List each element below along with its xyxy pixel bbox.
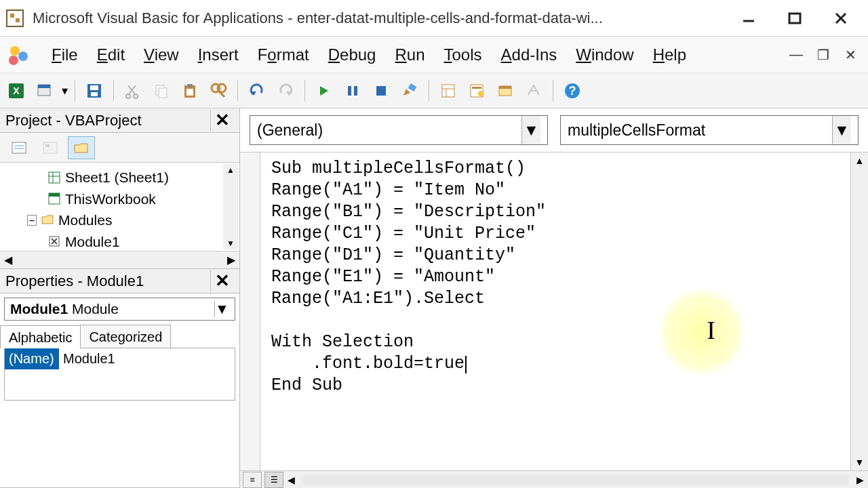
menu-file[interactable]: File: [42, 43, 87, 67]
view-object-button[interactable]: [37, 136, 64, 159]
project-panel-close-button[interactable]: ✕: [210, 110, 234, 131]
object-browser-button[interactable]: [493, 79, 517, 103]
properties-object-combo[interactable]: Module1 Module ▼: [4, 298, 235, 321]
mdi-minimize-button[interactable]: —: [783, 47, 810, 62]
svg-rect-23: [186, 89, 193, 96]
code-vscrollbar[interactable]: ▲▼: [850, 152, 868, 470]
properties-grid[interactable]: (Name) Module1: [4, 348, 235, 401]
svg-rect-15: [90, 85, 98, 90]
svg-rect-2: [16, 18, 20, 22]
property-value[interactable]: Module1: [59, 348, 235, 369]
svg-rect-0: [7, 10, 23, 26]
tab-alphabetic[interactable]: Alphabetic: [0, 325, 81, 348]
cut-button[interactable]: [121, 79, 145, 103]
menu-help[interactable]: Help: [644, 43, 696, 67]
vba-icon: [4, 40, 34, 70]
menu-run[interactable]: Run: [385, 43, 434, 67]
design-mode-button[interactable]: [397, 79, 422, 103]
toolbox-button[interactable]: [521, 79, 546, 103]
menu-window[interactable]: Window: [566, 43, 643, 67]
copy-button[interactable]: [149, 79, 174, 103]
menubar: File Edit View Insert Format Debug Run T…: [0, 37, 868, 73]
chevron-down-icon: ▼: [521, 116, 540, 144]
project-tree[interactable]: Sheet1 (Sheet1) ThisWorkbook − Modules M…: [0, 163, 239, 251]
svg-rect-20: [159, 88, 167, 98]
procedure-view-button[interactable]: ≡: [243, 472, 262, 488]
menu-format[interactable]: Format: [248, 43, 319, 67]
paste-button[interactable]: [178, 79, 202, 103]
project-panel-title: Project - VBAProject: [5, 112, 210, 129]
svg-point-18: [134, 94, 138, 98]
find-button[interactable]: [206, 79, 231, 103]
project-explorer-button[interactable]: [436, 79, 460, 103]
mdi-restore-button[interactable]: ❐: [810, 47, 837, 63]
toolbar: X ▾ ?: [0, 73, 868, 108]
menu-tools[interactable]: Tools: [435, 43, 492, 67]
properties-panel-close-button[interactable]: ✕: [210, 270, 234, 291]
break-button[interactable]: [340, 79, 365, 103]
svg-rect-31: [442, 85, 454, 97]
tree-label: Modules: [58, 209, 112, 231]
svg-rect-4: [789, 14, 800, 23]
code-editor[interactable]: Sub multipleCellsFormat() Range("A1") = …: [260, 152, 850, 470]
project-toolbar: [0, 133, 239, 163]
run-button[interactable]: [312, 79, 336, 103]
svg-rect-35: [472, 87, 481, 89]
window-title: Microsoft Visual Basic for Applications …: [33, 9, 726, 27]
code-hscrollbar[interactable]: ≡ ☰ ◀ ▶: [240, 470, 868, 488]
svg-rect-38: [499, 86, 511, 89]
close-button[interactable]: [818, 3, 864, 33]
tree-label: Module1: [65, 231, 120, 251]
chevron-down-icon: ▼: [832, 116, 851, 144]
tree-label: Sheet1 (Sheet1): [65, 167, 169, 188]
text-cursor-icon: I: [707, 315, 715, 345]
svg-rect-51: [49, 193, 60, 197]
svg-point-9: [9, 56, 18, 65]
menu-edit[interactable]: Edit: [87, 43, 134, 67]
svg-rect-22: [187, 84, 193, 87]
svg-rect-46: [45, 144, 50, 147]
tab-categorized[interactable]: Categorized: [80, 325, 171, 348]
help-button[interactable]: ?: [560, 79, 585, 103]
redo-button[interactable]: [273, 79, 298, 103]
svg-text:?: ?: [569, 84, 576, 98]
view-code-button[interactable]: [5, 136, 33, 159]
svg-text:X: X: [13, 85, 20, 96]
property-row[interactable]: (Name) Module1: [5, 348, 235, 369]
main-area: Project - VBAProject ✕ Sheet1 (Sheet1): [0, 108, 868, 488]
svg-point-36: [478, 91, 484, 96]
properties-panel: Properties - Module1 ✕ Module1 Module ▼ …: [0, 269, 239, 488]
tree-item-modules[interactable]: − Modules: [27, 209, 237, 231]
minimize-button[interactable]: [726, 3, 772, 33]
svg-rect-27: [348, 86, 351, 96]
mdi-close-button[interactable]: ✕: [837, 47, 864, 63]
svg-rect-1: [10, 14, 14, 18]
menu-addins[interactable]: Add-Ins: [492, 43, 567, 67]
svg-rect-28: [354, 86, 357, 96]
tree-item-thisworkbook[interactable]: ThisWorkbook: [27, 188, 237, 210]
svg-rect-47: [49, 172, 60, 183]
tree-item-sheet1[interactable]: Sheet1 (Sheet1): [27, 167, 237, 188]
save-button[interactable]: [82, 79, 106, 103]
properties-panel-title: Properties - Module1: [5, 272, 210, 290]
tree-vscrollbar[interactable]: ▲▼: [223, 164, 238, 249]
full-module-view-button[interactable]: ☰: [264, 472, 283, 488]
menu-insert[interactable]: Insert: [189, 43, 248, 67]
toggle-folders-button[interactable]: [68, 136, 95, 159]
svg-rect-16: [91, 92, 98, 96]
maximize-button[interactable]: [772, 3, 818, 33]
reset-button[interactable]: [369, 79, 393, 103]
menu-view[interactable]: View: [134, 43, 189, 67]
menu-debug[interactable]: Debug: [319, 43, 386, 67]
insert-userform-button[interactable]: [33, 79, 57, 103]
tree-label: ThisWorkbook: [65, 188, 156, 210]
properties-window-button[interactable]: [465, 79, 489, 103]
procedure-combo[interactable]: multipleCellsFormat ▼: [560, 115, 859, 145]
svg-rect-45: [43, 142, 57, 153]
tree-item-module1[interactable]: Module1: [27, 231, 237, 251]
undo-button[interactable]: [245, 79, 269, 103]
object-combo[interactable]: (General) ▼: [250, 115, 548, 145]
view-excel-button[interactable]: X: [4, 79, 28, 103]
tree-hscrollbar[interactable]: ◀▶: [0, 251, 239, 268]
svg-rect-13: [38, 85, 50, 88]
